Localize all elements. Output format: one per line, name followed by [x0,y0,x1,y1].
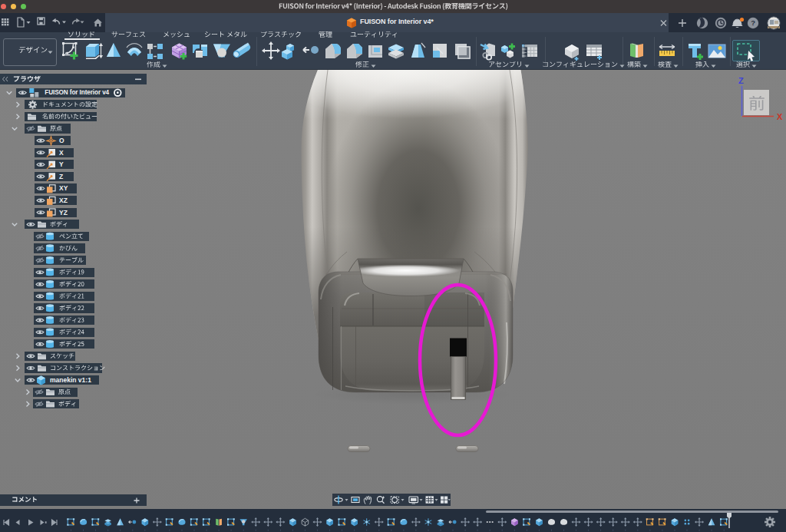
svg-text:X: X [777,112,783,121]
svg-text:Z: Z [738,76,744,85]
svg-text:?: ? [751,18,755,27]
